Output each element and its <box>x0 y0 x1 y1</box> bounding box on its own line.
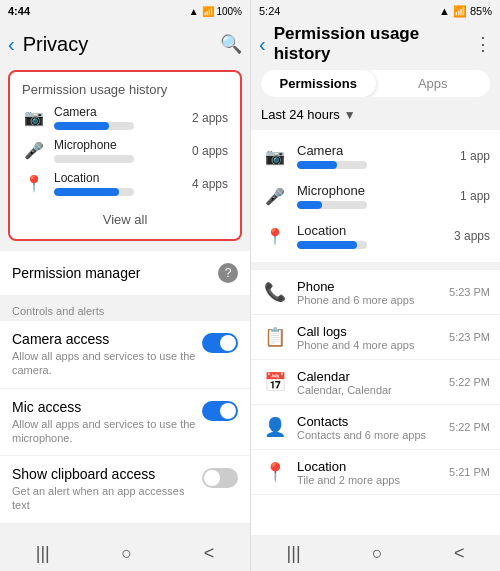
right-nav-recent[interactable]: ||| <box>271 539 317 568</box>
right-camera-icon: 📷 <box>261 142 289 170</box>
camera-access-item: Camera access Allow all apps and service… <box>0 321 250 389</box>
camera-access-text: Camera access Allow all apps and service… <box>12 331 202 378</box>
right-perm-section: 📷 Camera 1 app 🎤 Microphone 1 app 📍 <box>251 130 500 262</box>
camera-access-toggle[interactable] <box>202 333 238 353</box>
clipboard-access-row: Show clipboard access Get an alert when … <box>12 466 238 513</box>
mic-access-desc: Allow all apps and services to use the m… <box>12 417 202 446</box>
left-nav-recent[interactable]: ||| <box>20 539 66 568</box>
right-page-title: Permission usage history <box>274 24 474 64</box>
mic-access-item: Mic access Allow all apps and services t… <box>0 389 250 457</box>
perm-count-camera: 2 apps <box>192 111 228 125</box>
tab-permissions-label: Permissions <box>280 76 357 91</box>
calllogs-icon: 📋 <box>261 323 289 351</box>
left-status-icons: ▲ 📶 100% <box>189 6 242 17</box>
right-top-bar: ‹ Permission usage history ⋮ <box>251 22 500 66</box>
permission-manager-item[interactable]: Permission manager ? <box>0 251 250 295</box>
app-list-item-contacts[interactable]: 👤 Contacts Contacts and 6 more apps 5:22… <box>251 405 500 450</box>
more-options-button[interactable]: ⋮ <box>474 33 492 55</box>
perm-info-mic: Microphone <box>54 138 192 163</box>
app-sub-location-app: Tile and 2 more apps <box>297 474 449 486</box>
tab-apps[interactable]: Apps <box>376 70 491 97</box>
app-info-calllogs: Call logs Phone and 4 more apps <box>297 324 449 351</box>
right-battery-icon: 📶 85% <box>453 5 492 17</box>
perm-name-mic: Microphone <box>54 138 192 152</box>
app-name-contacts: Contacts <box>297 414 449 429</box>
right-perm-bar-mic <box>297 201 322 209</box>
signal-icon: ▲ <box>189 6 199 17</box>
left-top-bar: ‹ Privacy 🔍 <box>0 22 250 66</box>
time-filter-label: Last 24 hours <box>261 107 340 122</box>
clipboard-access-item: Show clipboard access Get an alert when … <box>0 456 250 524</box>
right-nav-home[interactable]: ○ <box>356 539 399 568</box>
perm-name-location: Location <box>54 171 192 185</box>
app-info-contacts: Contacts Contacts and 6 more apps <box>297 414 449 441</box>
right-bottom-nav: ||| ○ < <box>251 535 500 571</box>
right-status-bar: 5:24 ▲ 📶 85% <box>251 0 500 22</box>
search-button[interactable]: 🔍 <box>220 33 242 55</box>
perm-bar-container-camera <box>54 122 134 130</box>
app-list-item-location[interactable]: 📍 Location Tile and 2 more apps 5:21 PM <box>251 450 500 495</box>
view-all-button[interactable]: View all <box>22 204 228 231</box>
app-time-location-app: 5:21 PM <box>449 466 490 478</box>
right-perm-mic: 🎤 Microphone 1 app <box>251 176 500 216</box>
app-sub-contacts: Contacts and 6 more apps <box>297 429 449 441</box>
permission-manager-text: Permission manager <box>12 265 218 281</box>
app-sub-calllogs: Phone and 4 more apps <box>297 339 449 351</box>
perm-count-mic: 0 apps <box>192 144 228 158</box>
right-perm-info-camera: Camera <box>297 143 460 169</box>
perm-bar-location <box>54 188 119 196</box>
app-location-icon: 📍 <box>261 458 289 486</box>
right-status-icons: ▲ 📶 85% <box>439 5 492 18</box>
right-nav-back[interactable]: < <box>438 539 481 568</box>
puh-card: Permission usage history 📷 Camera 2 apps… <box>8 70 242 241</box>
right-mic-icon: 🎤 <box>261 182 289 210</box>
app-sub-phone: Phone and 6 more apps <box>297 294 449 306</box>
left-status-bar: 4:44 ▲ 📶 100% <box>0 0 250 22</box>
permission-manager-title: Permission manager <box>12 265 218 281</box>
clipboard-access-toggle[interactable] <box>202 468 238 488</box>
tab-permissions[interactable]: Permissions <box>261 70 376 97</box>
right-perm-bar-container-location <box>297 241 367 249</box>
app-time-calllogs: 5:23 PM <box>449 331 490 343</box>
camera-icon: 📷 <box>22 106 46 130</box>
app-list-item-phone[interactable]: 📞 Phone Phone and 6 more apps 5:23 PM <box>251 270 500 315</box>
app-sub-calendar: Calendar, Calendar <box>297 384 449 396</box>
right-location-icon: 📍 <box>261 222 289 250</box>
app-info-phone: Phone Phone and 6 more apps <box>297 279 449 306</box>
right-signal-icon: ▲ <box>439 5 450 17</box>
time-filter[interactable]: Last 24 hours ▼ <box>251 103 500 130</box>
perm-count-location: 4 apps <box>192 177 228 191</box>
right-perm-bar-container-mic <box>297 201 367 209</box>
right-perm-count-camera: 1 app <box>460 149 490 163</box>
perm-row-camera: 📷 Camera 2 apps <box>22 105 228 130</box>
perm-info-camera: Camera <box>54 105 192 130</box>
tab-apps-label: Apps <box>418 76 448 91</box>
help-badge[interactable]: ? <box>218 263 238 283</box>
left-bottom-nav: ||| ○ < <box>0 535 250 571</box>
controls-label: Controls and alerts <box>0 295 250 321</box>
location-icon: 📍 <box>22 172 46 196</box>
clipboard-access-desc: Get an alert when an app accesses text <box>12 484 202 513</box>
right-perm-bar-camera <box>297 161 337 169</box>
app-name-calllogs: Call logs <box>297 324 449 339</box>
app-list-item-calllogs[interactable]: 📋 Call logs Phone and 4 more apps 5:23 P… <box>251 315 500 360</box>
camera-access-title: Camera access <box>12 331 202 347</box>
app-info-location-app: Location Tile and 2 more apps <box>297 459 449 486</box>
perm-row-location: 📍 Location 4 apps <box>22 171 228 196</box>
right-perm-info-location: Location <box>297 223 454 249</box>
app-list-item-calendar[interactable]: 📅 Calendar Calendar, Calendar 5:22 PM <box>251 360 500 405</box>
perm-bar-camera <box>54 122 109 130</box>
mic-access-toggle[interactable] <box>202 401 238 421</box>
right-perm-location: 📍 Location 3 apps <box>251 216 500 256</box>
perm-bar-container-location <box>54 188 134 196</box>
right-back-button[interactable]: ‹ <box>259 33 266 56</box>
mic-access-text: Mic access Allow all apps and services t… <box>12 399 202 446</box>
chevron-down-icon: ▼ <box>344 108 356 122</box>
back-button[interactable]: ‹ <box>8 33 15 56</box>
left-page-title: Privacy <box>23 33 220 56</box>
left-panel: 4:44 ▲ 📶 100% ‹ Privacy 🔍 Permission usa… <box>0 0 250 571</box>
mic-access-title: Mic access <box>12 399 202 415</box>
app-time-contacts: 5:22 PM <box>449 421 490 433</box>
left-nav-back[interactable]: < <box>188 539 231 568</box>
left-nav-home[interactable]: ○ <box>105 539 148 568</box>
